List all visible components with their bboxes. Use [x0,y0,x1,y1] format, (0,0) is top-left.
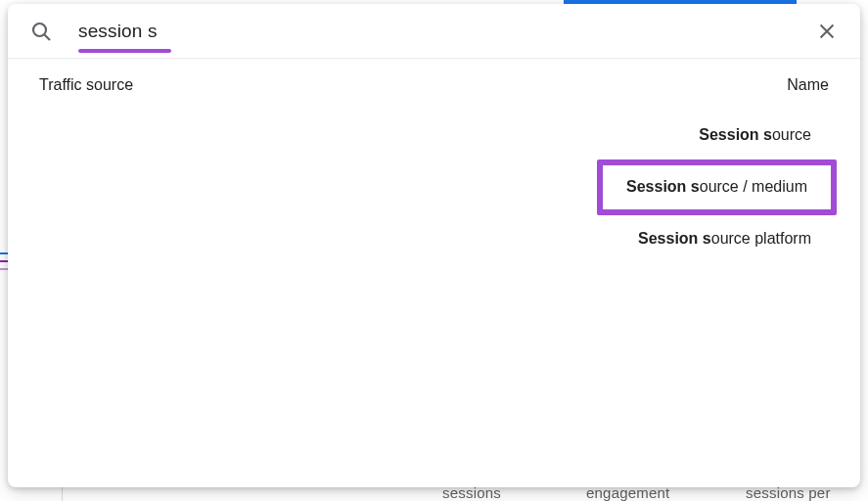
column-headers: Traffic source Name [8,59,860,94]
search-icon [29,20,53,43]
close-icon[interactable] [813,18,841,45]
results-list: Session source Session source / medium S… [8,94,860,260]
header-right: Name [787,76,829,94]
search-modal: Traffic source Name Session source Sessi… [8,4,860,487]
annotation-underline [78,49,171,53]
result-session-source[interactable]: Session source [681,114,829,158]
header-left: Traffic source [39,76,133,94]
svg-point-0 [33,23,46,36]
result-session-source-medium[interactable]: Session source / medium [597,159,837,215]
result-session-source-platform[interactable]: Session source platform [620,217,829,261]
background-vline [62,487,63,501]
svg-line-1 [45,34,51,40]
search-input[interactable] [78,21,813,42]
